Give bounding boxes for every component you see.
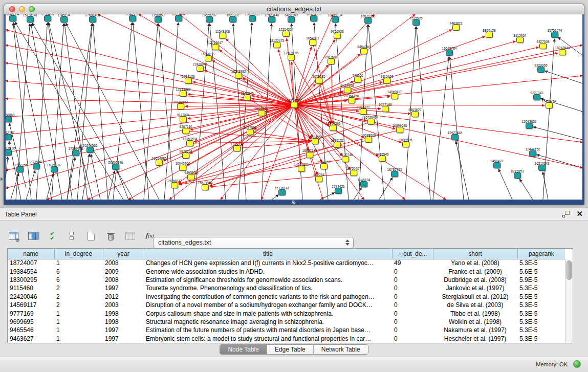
network-node[interactable]: 9327508 bbox=[539, 43, 547, 49]
network-node[interactable]: 19384554 bbox=[312, 138, 319, 144]
network-node[interactable]: 10655287 bbox=[206, 16, 213, 23]
network-node[interactable]: 16782753 bbox=[391, 171, 398, 177]
network-node[interactable]: 10120746 bbox=[342, 156, 349, 162]
network-node[interactable]: 9777169 bbox=[382, 106, 389, 112]
network-node[interactable]: 12505185 bbox=[288, 54, 295, 60]
network-node[interactable]: 20206536 bbox=[86, 147, 94, 153]
network-node[interactable]: 18243544 bbox=[559, 49, 566, 55]
network-node[interactable]: 9267110 bbox=[182, 128, 189, 134]
network-node[interactable]: 12923448 bbox=[268, 16, 275, 23]
network-node[interactable]: 10654985 bbox=[156, 160, 163, 166]
network-node[interactable]: 1733426 bbox=[44, 15, 51, 21]
network-node[interactable]: 20205346 bbox=[112, 164, 119, 170]
table-row[interactable]: 1938455462009Genome-wide association stu… bbox=[8, 267, 565, 275]
network-node[interactable]: 10975887 bbox=[310, 15, 317, 21]
vertical-scrollbar[interactable] bbox=[565, 259, 573, 343]
scrollbar-thumb[interactable] bbox=[567, 260, 572, 280]
network-node[interactable]: 8427552 bbox=[247, 129, 254, 135]
column-visibility-icon[interactable] bbox=[27, 230, 39, 242]
network-node[interactable]: 15751074 bbox=[551, 32, 558, 38]
column-header-short[interactable]: short bbox=[433, 249, 517, 259]
network-node[interactable]: 20364456 bbox=[348, 97, 355, 103]
table-row[interactable]: 946362711997Embryonic stem cells: a mode… bbox=[8, 335, 565, 343]
network-node[interactable]: 6497568 bbox=[344, 87, 351, 93]
network-node[interactable]: 452254 bbox=[315, 176, 322, 182]
network-node[interactable]: 15720404 bbox=[367, 119, 375, 125]
network-node[interactable]: 1145194 bbox=[360, 181, 367, 187]
network-node[interactable]: 10046766 bbox=[179, 165, 186, 171]
network-node[interactable]: 1615132 bbox=[334, 142, 341, 148]
network-node[interactable]: 12093832 bbox=[526, 123, 533, 129]
network-canvas[interactable]: 1872400711548108127139471639812722420046… bbox=[6, 14, 582, 200]
column-header-in_degree[interactable]: in_degree bbox=[54, 249, 103, 259]
network-node[interactable]: 9227343 bbox=[533, 94, 540, 100]
network-node[interactable]: 1156869 bbox=[155, 16, 162, 23]
network-node[interactable]: 8912954 bbox=[516, 37, 524, 43]
table-row[interactable]: 969969511998Structural magnetic resonanc… bbox=[8, 318, 565, 326]
network-node[interactable]: 14569117 bbox=[391, 93, 398, 99]
network-node[interactable]: 746266 bbox=[354, 77, 361, 83]
network-node[interactable]: 27691406 bbox=[89, 16, 96, 23]
table-row[interactable]: 1830029562008Estimation of significance … bbox=[8, 276, 565, 284]
table-row[interactable]: 946554611997Estimation of the future num… bbox=[8, 326, 565, 334]
network-node[interactable]: 16648784 bbox=[446, 50, 453, 56]
network-node[interactable]: 9463627 bbox=[411, 111, 419, 117]
network-node[interactable]: 10719134 bbox=[332, 16, 339, 23]
network-node[interactable]: 9450422 bbox=[493, 162, 500, 168]
network-node[interactable]: 17359928 bbox=[72, 150, 79, 156]
network-node[interactable]: 14524861 bbox=[298, 166, 305, 172]
network-node[interactable]: 9117004 bbox=[180, 116, 187, 122]
network-node[interactable]: 19166827 bbox=[171, 182, 178, 188]
network-node[interactable]: 7385061 bbox=[33, 163, 40, 169]
network-node[interactable]: 16398127 bbox=[205, 55, 212, 61]
network-node[interactable]: 18300295 bbox=[330, 125, 337, 131]
network-node[interactable]: 1156869 bbox=[6, 116, 12, 122]
network-node[interactable]: 17357255 bbox=[16, 166, 24, 172]
network-node[interactable]: 1342737 bbox=[6, 134, 12, 140]
table-row[interactable]: 2242004622012Investigating the contribut… bbox=[8, 293, 565, 301]
network-node[interactable]: 9329966 bbox=[537, 67, 545, 73]
tab-network-table[interactable]: Network Table bbox=[314, 345, 368, 354]
network-node[interactable]: 18807243 bbox=[306, 152, 313, 158]
network-node[interactable]: 1221398 bbox=[233, 145, 241, 151]
network-window-titlebar[interactable]: citations_edges.txt bbox=[4, 4, 584, 14]
network-node[interactable]: 12213382 bbox=[180, 91, 187, 97]
network-node[interactable]: 6466160 bbox=[288, 16, 295, 23]
network-node[interactable]: 15136141 bbox=[27, 16, 34, 23]
network-node[interactable]: 8860128 bbox=[486, 32, 493, 38]
network-node[interactable]: 2718126 bbox=[185, 78, 192, 84]
network-node[interactable]: 9493822 bbox=[187, 174, 194, 180]
tab-edge-table[interactable]: Edge Table bbox=[267, 345, 314, 354]
table-row[interactable]: 1872400712008Changes of HCN gene express… bbox=[8, 259, 565, 267]
column-header-out_degree[interactable]: △out_de... bbox=[392, 249, 433, 259]
table-row[interactable]: 911546021997Tourette syndrome. Phenomeno… bbox=[8, 284, 565, 292]
network-node[interactable]: 12505185 bbox=[6, 149, 12, 156]
network-node[interactable]: 12353594 bbox=[186, 140, 193, 146]
control-panel-expand-handle[interactable] bbox=[1, 177, 3, 181]
network-node[interactable]: 9699695 bbox=[402, 141, 409, 147]
network-node[interactable]: 12444152 bbox=[529, 150, 536, 157]
network-node[interactable]: 12713947 bbox=[212, 44, 219, 50]
network-node[interactable]: 1527002 bbox=[229, 16, 236, 23]
network-node[interactable]: 22420046 bbox=[197, 65, 204, 72]
network-node[interactable]: 16210643 bbox=[538, 165, 546, 171]
network-node[interactable]: 18724007 bbox=[291, 102, 298, 108]
network-node[interactable]: 16782753 bbox=[249, 15, 256, 21]
network-node[interactable]: 10107552 bbox=[177, 103, 184, 110]
network-node[interactable]: 9115460 bbox=[383, 78, 390, 84]
table-options-icon[interactable]: ⚙ bbox=[7, 230, 19, 242]
network-node[interactable]: 9756928 bbox=[334, 33, 341, 39]
network-node[interactable]: 15720407 bbox=[350, 170, 357, 176]
network-node[interactable]: 9878334 bbox=[182, 152, 189, 159]
network-node[interactable]: 8313074 bbox=[175, 15, 182, 21]
network-node[interactable]: 10899695 bbox=[396, 127, 403, 133]
network-node[interactable]: 9675685 bbox=[315, 78, 322, 84]
network-node[interactable]: 7386372 bbox=[360, 108, 367, 115]
network-node[interactable]: 9654923 bbox=[309, 39, 316, 46]
network-node[interactable]: 1342737 bbox=[129, 15, 136, 21]
network-node[interactable]: 15136141 bbox=[278, 189, 286, 195]
network-node[interactable]: 9465546 bbox=[379, 156, 386, 162]
float-panel-icon[interactable] bbox=[562, 211, 570, 217]
trash-icon[interactable] bbox=[104, 230, 117, 242]
table-row[interactable]: 977716911998Corpus callosum shape and si… bbox=[8, 309, 565, 317]
